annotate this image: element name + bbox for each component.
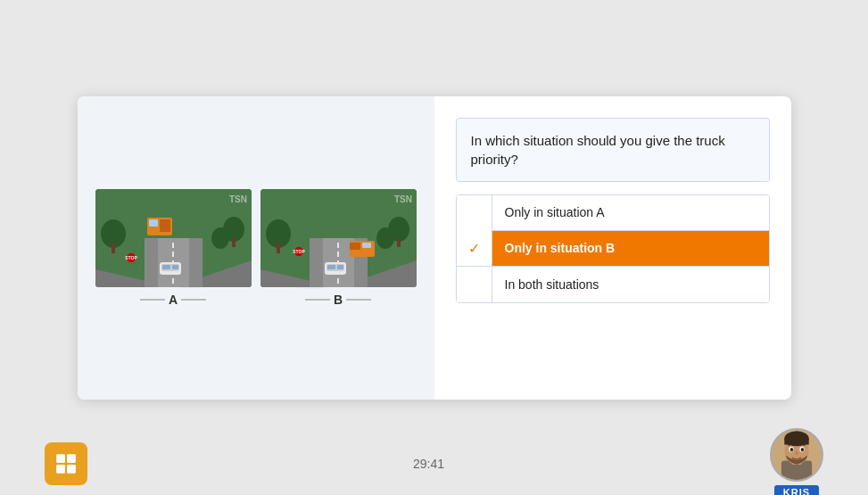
svg-rect-8 [112,243,115,253]
grid-icon-button[interactable] [45,442,87,485]
left-panel: T S [78,96,434,400]
svg-rect-10 [232,238,236,247]
option-checkbox-b: ✓ [457,230,492,266]
grid-svg-icon [54,452,78,475]
label-line-a: A [140,293,206,307]
right-panel: In which situation should you give the t… [434,96,791,400]
svg-rect-32 [397,238,401,247]
svg-text:STOP: STOP [125,255,137,260]
label-dash-b-right [346,299,371,301]
svg-point-33 [376,227,394,249]
svg-rect-15 [172,265,178,269]
option-text-both: In both situations [492,277,612,292]
svg-rect-40 [362,243,371,248]
image-label-b: B [334,293,343,307]
image-container-b: STOP TSN B [260,189,417,307]
svg-rect-44 [56,454,65,463]
image-container-a: STOP TSN A [95,189,252,307]
images-row: STOP TSN A [95,189,417,307]
svg-rect-39 [350,243,360,250]
question-box: In which situation should you give the t… [456,118,770,182]
options-list: Only in situation A ✓ Only in situation … [456,194,770,303]
svg-rect-46 [56,465,65,474]
svg-rect-30 [277,243,280,253]
avatar-container: KRIS [770,428,823,495]
svg-text:TSN: TSN [229,194,247,204]
option-checkbox-both [457,267,492,302]
scene-image-a: STOP TSN [95,189,252,287]
svg-rect-47 [67,465,76,474]
svg-point-11 [211,227,229,249]
svg-text:TSN: TSN [394,194,412,204]
option-row-both[interactable]: In both situations [457,267,769,302]
option-text-b: Only in situation B [492,241,628,255]
svg-rect-52 [784,439,808,445]
svg-point-57 [795,451,798,455]
svg-text:STOP: STOP [293,249,305,254]
question-text: In which situation should you give the t… [471,133,725,167]
avatar-image [770,428,823,482]
svg-rect-37 [337,265,343,269]
image-label-a: A [169,293,178,307]
svg-rect-36 [327,265,335,269]
avatar-name: KRIS [774,485,819,495]
svg-point-56 [801,448,804,451]
bottom-bar: 29:41 [0,433,868,495]
main-card: T S [78,96,791,400]
label-dash-b-left [305,299,330,301]
timer-display: 29:41 [413,457,444,471]
option-text-a: Only in situation A [492,205,617,219]
svg-rect-17 [149,219,158,227]
svg-rect-18 [160,219,170,232]
label-dash-a-right [181,299,206,301]
label-dash-a-left [140,299,165,301]
scene-image-b: STOP TSN [260,189,417,287]
svg-point-55 [790,448,793,451]
option-row-b[interactable]: ✓ Only in situation B [457,231,769,267]
svg-rect-14 [162,265,170,269]
option-checkbox-a [457,194,492,230]
label-line-b: B [305,293,371,307]
svg-rect-45 [67,454,76,463]
option-row-a[interactable]: Only in situation A [457,195,769,231]
